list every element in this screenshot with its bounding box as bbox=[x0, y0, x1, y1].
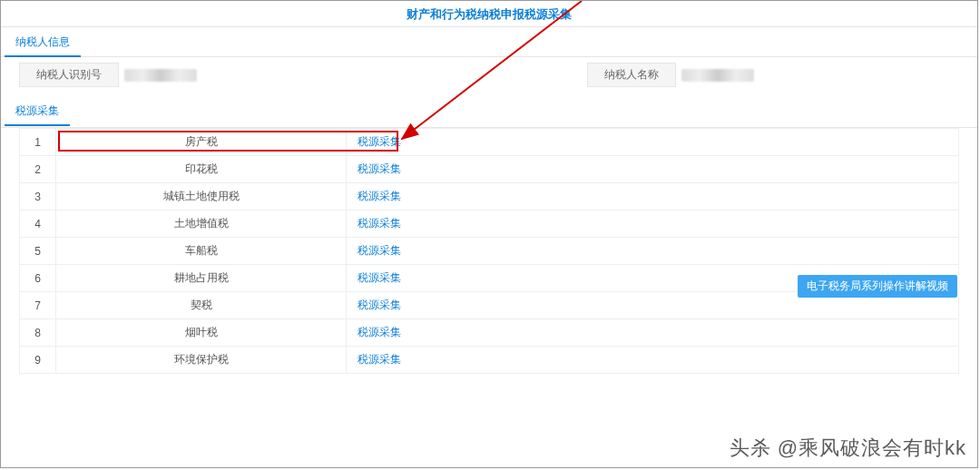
source-collect-link[interactable]: 税源采集 bbox=[358, 244, 401, 257]
help-video-button[interactable]: 电子税务局系列操作讲解视频 bbox=[798, 275, 957, 298]
watermark: 头杀 @乘风破浪会有时kk bbox=[730, 435, 966, 462]
source-collect-link[interactable]: 税源采集 bbox=[358, 162, 401, 175]
tax-name: 城镇土地使用税 bbox=[56, 183, 347, 211]
table-row: 5车船税税源采集 bbox=[20, 238, 959, 265]
action-cell: 税源采集 bbox=[347, 238, 959, 265]
source-collect-link[interactable]: 税源采集 bbox=[358, 190, 401, 202]
source-collect-link[interactable]: 税源采集 bbox=[358, 271, 401, 284]
tab-taxpayer-info[interactable]: 纳税人信息 bbox=[5, 31, 81, 57]
table-row: 3城镇土地使用税税源采集 bbox=[20, 183, 959, 211]
row-index: 7 bbox=[20, 292, 56, 319]
action-cell: 税源采集 bbox=[347, 129, 959, 156]
action-cell: 税源采集 bbox=[347, 319, 959, 347]
taxpayer-id-value bbox=[124, 69, 197, 82]
tax-name: 印花税 bbox=[56, 156, 347, 183]
action-cell: 税源采集 bbox=[347, 183, 959, 211]
row-index: 2 bbox=[20, 156, 56, 183]
row-index: 4 bbox=[20, 211, 56, 238]
source-collect-link[interactable]: 税源采集 bbox=[358, 299, 401, 311]
action-cell: 税源采集 bbox=[347, 211, 959, 238]
tax-name: 契税 bbox=[56, 292, 347, 319]
source-collect-link[interactable]: 税源采集 bbox=[358, 217, 401, 230]
row-index: 6 bbox=[20, 265, 56, 292]
row-index: 1 bbox=[20, 129, 56, 156]
table-row: 8烟叶税税源采集 bbox=[20, 319, 959, 347]
row-index: 3 bbox=[20, 183, 56, 211]
tax-source-table: 1房产税税源采集2印花税税源采集3城镇土地使用税税源采集4土地增值税税源采集5车… bbox=[19, 128, 959, 374]
source-collect-link[interactable]: 税源采集 bbox=[358, 135, 401, 148]
source-collect-link[interactable]: 税源采集 bbox=[358, 326, 401, 338]
tax-name: 房产税 bbox=[56, 129, 347, 156]
tax-name: 土地增值税 bbox=[56, 211, 347, 238]
tax-name: 环境保护税 bbox=[56, 347, 347, 374]
taxpayer-name-value bbox=[681, 69, 754, 82]
tax-name: 耕地占用税 bbox=[56, 265, 347, 292]
table-row: 4土地增值税税源采集 bbox=[20, 211, 959, 238]
tax-name: 烟叶税 bbox=[56, 319, 347, 347]
row-index: 9 bbox=[20, 347, 56, 374]
action-cell: 税源采集 bbox=[347, 156, 959, 183]
taxpayer-name-label: 纳税人名称 bbox=[587, 63, 676, 87]
action-cell: 税源采集 bbox=[347, 347, 959, 374]
table-row: 9环境保护税税源采集 bbox=[20, 347, 959, 374]
table-row: 1房产税税源采集 bbox=[20, 129, 959, 156]
tab-source-collect[interactable]: 税源采集 bbox=[5, 100, 70, 126]
row-index: 5 bbox=[20, 238, 56, 265]
page-title: 财产和行为税纳税申报税源采集 bbox=[1, 1, 977, 27]
row-index: 8 bbox=[20, 319, 56, 347]
taxpayer-id-label: 纳税人识别号 bbox=[19, 63, 119, 87]
tax-name: 车船税 bbox=[56, 238, 347, 265]
table-row: 2印花税税源采集 bbox=[20, 156, 959, 183]
source-collect-link[interactable]: 税源采集 bbox=[358, 353, 401, 366]
